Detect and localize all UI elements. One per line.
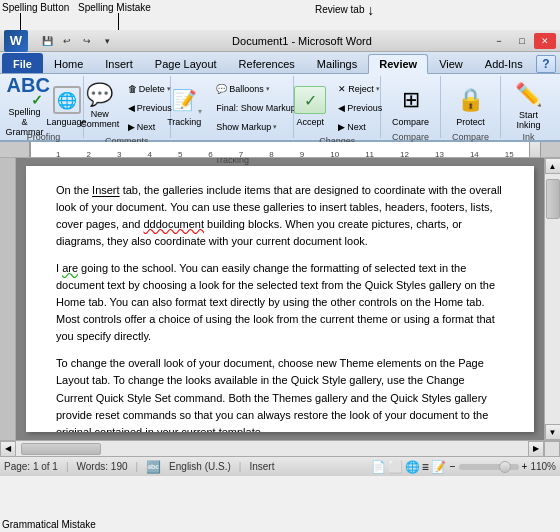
scroll-right-btn[interactable]: ▶	[528, 441, 544, 457]
markup-dropdown: ▾	[273, 123, 277, 131]
scroll-up-btn[interactable]: ▲	[545, 158, 561, 174]
spelling-mistake-annotation: Spelling Mistake	[78, 2, 151, 13]
status-bar: Page: 1 of 1 | Words: 190 | 🔤 English (U…	[0, 456, 560, 476]
ribbon-tabs: File Home Insert Page Layout References …	[0, 52, 560, 74]
start-inking-btn[interactable]: ✏️ Start Inking	[507, 80, 551, 132]
compare-visual: ⊞	[395, 86, 427, 114]
protect-label: Protect	[456, 118, 485, 128]
compare-label: Compare	[392, 118, 429, 128]
ribbon-body: ABC ✓ Spelling & Grammar 🌐 Language Proo…	[0, 74, 560, 142]
status-right: 📄 ⬜ 🌐 ≡ 📝 − + 110%	[371, 460, 556, 474]
reject-col: ✕ Reject ▾ ◀ Previous ▶ Next	[334, 80, 386, 136]
delete-icon: 🗑	[128, 84, 137, 94]
customize-quick-btn[interactable]: ▾	[98, 33, 116, 49]
v-scroll-track[interactable]	[545, 174, 560, 424]
quick-toolbar: 💾 ↩ ↪ ▾	[38, 33, 116, 49]
ink-visual: ✏️	[513, 81, 545, 109]
ink-content: ✏️ Start Inking	[507, 78, 551, 132]
word-count: Words: 190	[77, 461, 128, 472]
next-change-icon: ▶	[338, 122, 345, 132]
insert-underlined: Insert	[92, 184, 120, 196]
tab-addins[interactable]: Add-Ins	[474, 53, 534, 73]
title-bar-controls: − □ ✕	[488, 33, 556, 49]
zoom-out-btn[interactable]: −	[450, 461, 456, 472]
outer-wrapper: Spelling Button Spelling Mistake Review …	[0, 0, 560, 532]
tab-page-layout[interactable]: Page Layout	[144, 53, 228, 73]
zoom-in-btn[interactable]: +	[522, 461, 528, 472]
ruler-left-margin	[0, 142, 30, 157]
full-screen-btn[interactable]: ⬜	[388, 460, 403, 474]
accept-btn[interactable]: ✓ Accept	[288, 80, 332, 132]
save-quick-btn[interactable]: 💾	[38, 33, 56, 49]
view-icons: 📄 ⬜ 🌐 ≡ 📝	[371, 460, 446, 474]
v-scroll-thumb[interactable]	[546, 179, 560, 219]
doc-para-2: I are going to the school. You can easil…	[56, 260, 504, 345]
h-scroll-thumb[interactable]	[21, 443, 101, 455]
ink-group: ✏️ Start Inking Ink	[501, 76, 556, 138]
tab-file[interactable]: File	[2, 53, 43, 73]
reject-icon: ✕	[338, 84, 346, 94]
language-status: English (U.S.)	[169, 461, 231, 472]
grammar-error-word: are	[62, 262, 78, 274]
redo-quick-btn[interactable]: ↪	[78, 33, 96, 49]
insert-mode[interactable]: Insert	[249, 461, 274, 472]
spelling-grammar-icon: ABC ✓	[9, 74, 41, 106]
h-scroll-track[interactable]	[16, 441, 528, 456]
status-divider-1: |	[66, 461, 69, 472]
new-comment-btn[interactable]: 💬 New Comment	[78, 80, 122, 132]
title-bar: W 💾 ↩ ↪ ▾ Document1 - Microsoft Word − □…	[0, 30, 560, 52]
proofing-content: ABC ✓ Spelling & Grammar 🌐 Language	[3, 78, 85, 132]
protect-group: 🔒 Protect Compare	[441, 76, 501, 138]
review-tab-label: Review tab	[315, 4, 364, 15]
tab-view[interactable]: View	[428, 53, 474, 73]
draft-btn[interactable]: 📝	[431, 460, 446, 474]
compare-icon: ⊞	[395, 84, 427, 116]
spelling-button-annotation: Spelling Button	[2, 2, 69, 13]
status-divider-2: |	[136, 461, 139, 472]
zoom-thumb[interactable]	[499, 461, 511, 473]
close-btn[interactable]: ✕	[534, 33, 556, 49]
status-left: Page: 1 of 1 | Words: 190 | 🔤 English (U…	[4, 460, 274, 474]
zoom-slider[interactable]	[459, 464, 519, 470]
reject-btn[interactable]: ✕ Reject ▾	[334, 80, 386, 98]
outline-btn[interactable]: ≡	[422, 460, 429, 474]
ruler-right-margin	[540, 142, 560, 157]
compare-content: ⊞ Compare	[389, 78, 433, 132]
h-scrollbar-row: ◀ ▶	[0, 440, 560, 456]
balloons-icon: 💬	[216, 84, 227, 94]
status-divider-3: |	[239, 461, 242, 472]
accept-icon: ✓	[294, 84, 326, 116]
prev-change-btn[interactable]: ◀ Previous	[334, 99, 386, 117]
proofing-group: ABC ✓ Spelling & Grammar 🌐 Language Proo…	[4, 76, 84, 138]
undo-quick-btn[interactable]: ↩	[58, 33, 76, 49]
tab-mailings[interactable]: Mailings	[306, 53, 368, 73]
ink-icon: ✏️	[513, 81, 545, 109]
tracking-btn[interactable]: 📝 ▾ Tracking	[158, 80, 210, 132]
zoom-level: 110%	[530, 461, 556, 472]
compare-btn[interactable]: ⊞ Compare	[389, 80, 433, 132]
grammatical-mistake-annotation: Grammatical Mistake	[2, 519, 96, 530]
scroll-left-btn[interactable]: ◀	[0, 441, 16, 457]
page-info: Page: 1 of 1	[4, 461, 58, 472]
tab-insert[interactable]: Insert	[94, 53, 144, 73]
protect-btn[interactable]: 🔒 Protect	[449, 80, 493, 132]
accept-checkmark: ✓	[294, 86, 326, 114]
zoom-container: − + 110%	[450, 461, 556, 472]
minimize-btn[interactable]: −	[488, 33, 510, 49]
maximize-btn[interactable]: □	[511, 33, 533, 49]
web-layout-btn[interactable]: 🌐	[405, 460, 420, 474]
balloons-dropdown: ▾	[266, 85, 270, 93]
next-change-btn[interactable]: ▶ Next	[334, 118, 386, 136]
tab-home[interactable]: Home	[43, 53, 94, 73]
doc-page[interactable]: On the Insert tab, the galleries include…	[26, 166, 534, 432]
spell-check-icon[interactable]: 🔤	[146, 460, 161, 474]
tab-review[interactable]: Review	[368, 54, 428, 74]
spelling-grammar-btn[interactable]: ABC ✓ Spelling & Grammar	[3, 80, 47, 132]
scroll-down-btn[interactable]: ▼	[545, 424, 561, 440]
compare-group: ⊞ Compare Compare	[381, 76, 441, 138]
print-layout-btn[interactable]: 📄	[371, 460, 386, 474]
review-tab-annotation: Review tab ↓	[315, 2, 374, 18]
help-btn[interactable]: ?	[536, 55, 556, 73]
doc-para-3: To change the overall look of your docum…	[56, 355, 504, 432]
tab-references[interactable]: References	[228, 53, 306, 73]
